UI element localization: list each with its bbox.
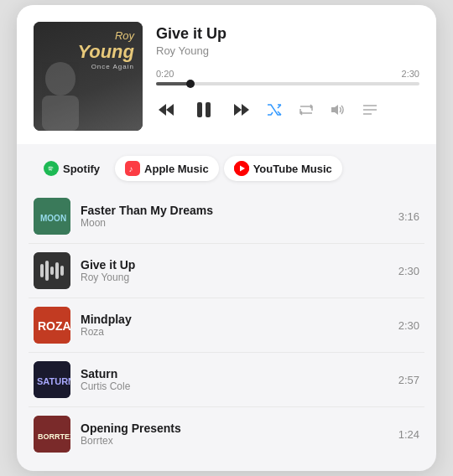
track-duration-4: 2:57 [398, 374, 419, 386]
svg-marker-3 [166, 104, 174, 116]
pause-icon [195, 101, 213, 119]
rewind-button[interactable] [156, 101, 176, 118]
svg-text:♪: ♪ [129, 164, 133, 173]
svg-rect-5 [206, 102, 211, 117]
spotify-tab[interactable]: Spotify [34, 156, 110, 181]
track-artist-2: Roy Young [81, 272, 388, 283]
track-name-1: Faster Than My Dreams [81, 204, 388, 217]
track-thumb-1: MOON [34, 198, 70, 235]
track-artist-1: Moon [81, 217, 388, 229]
track-item-4[interactable]: SATURN Saturn Curtis Cole 2:57 [29, 353, 424, 407]
track-name-3: Mindplay [81, 313, 388, 326]
svg-point-0 [45, 62, 76, 96]
album-art: Roy Young Once Again [34, 22, 143, 131]
track-title: Give it Up [156, 25, 419, 43]
time-total: 2:30 [402, 69, 419, 79]
track-meta-5: Opening Presents Borrtex [81, 422, 388, 447]
progress-times: 0:20 2:30 [156, 69, 419, 79]
track-name-5: Opening Presents [81, 422, 388, 435]
now-playing-section: Roy Young Once Again Give it Up Roy Youn… [17, 5, 436, 144]
rewind-icon [158, 103, 174, 116]
progress-fill [156, 82, 190, 85]
youtube-music-label: YouTube Music [253, 163, 332, 175]
volume-icon [331, 104, 346, 116]
track-name-4: Saturn [81, 367, 388, 380]
track-duration-5: 1:24 [398, 428, 419, 441]
forward-button[interactable] [232, 101, 252, 118]
track-duration-2: 2:30 [398, 265, 419, 277]
svg-text:ROZA: ROZA [38, 319, 70, 333]
shuffle-icon [267, 104, 282, 116]
repeat-button[interactable] [297, 101, 315, 118]
spotify-label: Spotify [63, 163, 100, 175]
queue-button[interactable] [361, 102, 379, 117]
spotify-icon [44, 161, 59, 176]
pause-button[interactable] [190, 96, 218, 124]
track-list: MOON Faster Than My Dreams Moon 3:16 [17, 189, 436, 461]
apple-music-tab[interactable]: ♪ Apple Music [115, 156, 219, 181]
forward-icon [233, 103, 250, 116]
svg-rect-24 [60, 266, 64, 276]
album-silhouette [34, 55, 101, 131]
progress-container: 0:20 2:30 [156, 69, 419, 85]
svg-rect-22 [50, 266, 54, 275]
track-artist: Roy Young [156, 44, 419, 57]
track-meta-4: Saturn Curtis Cole [81, 367, 388, 392]
svg-marker-8 [331, 105, 338, 115]
svg-marker-7 [242, 104, 249, 116]
track-item-3[interactable]: ROZA Mindplay Roza 2:30 [29, 298, 424, 353]
volume-button[interactable] [329, 102, 347, 117]
svg-text:BORRTEX: BORRTEX [38, 432, 70, 441]
track-item[interactable]: MOON Faster Than My Dreams Moon 3:16 [29, 189, 424, 244]
svg-text:SATURN: SATURN [37, 376, 70, 386]
svg-rect-1 [42, 96, 79, 131]
repeat-icon [299, 103, 314, 116]
youtube-music-icon [234, 161, 249, 176]
youtube-music-tab[interactable]: YouTube Music [224, 156, 342, 181]
track-artist-5: Borrtex [81, 435, 388, 447]
track-thumb-2 [34, 252, 70, 289]
track-duration-3: 2:30 [398, 319, 419, 332]
svg-rect-20 [40, 264, 44, 277]
svg-marker-6 [234, 104, 242, 116]
time-current: 0:20 [156, 69, 174, 79]
track-name-2: Give it Up [81, 258, 388, 272]
svg-rect-4 [197, 102, 202, 117]
track-thumb-4: SATURN [34, 361, 70, 398]
progress-bar[interactable] [156, 82, 419, 85]
apple-music-label: Apple Music [144, 163, 209, 175]
track-item-2[interactable]: Give it Up Roy Young 2:30 [29, 244, 424, 298]
queue-icon [362, 104, 378, 116]
album-artist-line1: Roy [77, 30, 134, 42]
svg-marker-2 [159, 104, 166, 116]
track-artist-4: Curtis Cole [81, 380, 388, 392]
track-artist-3: Roza [81, 326, 388, 338]
track-meta-2: Give it Up Roy Young [81, 258, 388, 283]
track-meta-1: Faster Than My Dreams Moon [81, 204, 388, 229]
playback-controls [156, 96, 419, 124]
progress-thumb [186, 80, 195, 88]
shuffle-button[interactable] [265, 102, 284, 117]
track-meta-3: Mindplay Roza [81, 313, 388, 338]
track-info: Give it Up Roy Young 0:20 2:30 [156, 22, 419, 124]
service-tabs: Spotify ♪ Apple Music YouTube Music [17, 144, 436, 189]
track-duration-1: 3:16 [398, 210, 419, 223]
apple-music-icon: ♪ [125, 161, 140, 176]
svg-text:MOON: MOON [40, 214, 66, 223]
track-thumb-3: ROZA [34, 307, 70, 344]
track-thumb-5: BORRTEX [34, 416, 70, 453]
svg-rect-23 [55, 262, 59, 279]
track-item-5[interactable]: BORRTEX Opening Presents Borrtex 1:24 [29, 407, 424, 461]
main-card: Roy Young Once Again Give it Up Roy Youn… [17, 5, 436, 471]
svg-rect-21 [45, 261, 49, 281]
